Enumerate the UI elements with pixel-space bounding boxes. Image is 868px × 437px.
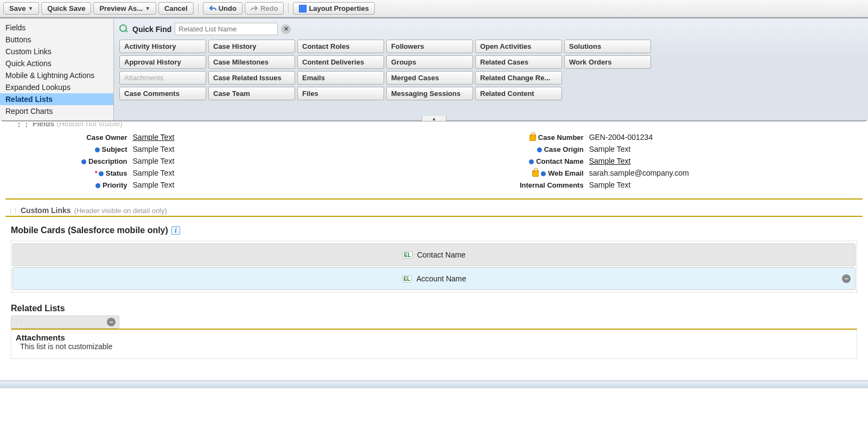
mobile-cards-header: Mobile Cards (Salesforce mobile only) i (5, 217, 863, 239)
palette-chip[interactable]: Case Team (208, 87, 295, 100)
footer-bar (0, 381, 868, 388)
quick-find: Quick Find ✕ (119, 23, 863, 35)
toolbar-separator (288, 3, 289, 14)
palette-chip[interactable]: Approval History (119, 55, 206, 69)
fields-column-right: Case NumberGEN-2004-001234Case OriginSam… (520, 131, 689, 191)
sidebar-item[interactable]: Buttons (0, 34, 113, 46)
editable-dot-icon (81, 159, 86, 164)
field-row[interactable]: PrioritySample Text (81, 179, 174, 191)
field-label: Priority (81, 179, 133, 191)
palette-chip[interactable]: Open Activities (475, 40, 562, 53)
editable-dot-icon (95, 147, 100, 152)
palette-sidebar: FieldsButtonsCustom LinksQuick ActionsMo… (0, 18, 114, 120)
quick-find-input[interactable] (175, 23, 278, 35)
mobile-card-row[interactable]: ELContact Name (12, 243, 856, 266)
custom-links-title: Custom Links (21, 206, 71, 215)
field-value: Sample Text (133, 179, 175, 191)
palette-chip[interactable]: Related Change Re... (475, 71, 562, 85)
sidebar-item[interactable]: Custom Links (0, 46, 113, 57)
sidebar-item[interactable]: Quick Actions (0, 57, 113, 69)
field-row[interactable]: Contact NameSample Text (520, 155, 689, 167)
drag-handle-icon[interactable]: ⋮⋮ (8, 208, 17, 215)
field-label: Case Origin (520, 143, 589, 155)
palette-chip[interactable]: Work Orders (564, 55, 651, 69)
palette-chip[interactable]: Case Comments (119, 87, 206, 100)
field-row[interactable]: Case OriginSample Text (520, 143, 689, 155)
editable-dot-icon (99, 171, 104, 176)
palette-chip[interactable]: Related Cases (475, 55, 562, 69)
related-list-dropzone[interactable]: ⋮⋮ − (11, 316, 119, 329)
drag-handle-icon[interactable]: ⋮⋮ (15, 123, 30, 128)
search-icon (119, 24, 129, 34)
undo-button[interactable]: Undo (203, 2, 242, 15)
fields-title: Fields (33, 123, 54, 128)
attachments-title: Attachments (16, 333, 852, 342)
save-label: Save (9, 4, 25, 12)
attachments-subtitle: This list is not customizable (16, 342, 852, 351)
palette-chip[interactable]: Contact Roles (297, 40, 384, 53)
field-value: Sample Text (589, 155, 689, 167)
custom-links-header[interactable]: ⋮⋮ Custom Links (Header visible on detai… (5, 204, 863, 217)
mobile-cards-box: ELContact NameELAccount Name− (11, 241, 857, 293)
palette-chip[interactable]: Groups (386, 55, 473, 69)
lock-icon (529, 134, 536, 141)
field-row[interactable]: SubjectSample Text (81, 143, 174, 155)
palette-chip[interactable]: Case Milestones (208, 55, 295, 69)
layout-properties-button[interactable]: Layout Properties (293, 2, 375, 15)
layout-canvas: ⋮⋮ Fields (Header not visible) Case Owne… (0, 121, 868, 370)
remove-icon[interactable]: − (107, 318, 116, 326)
remove-icon[interactable]: − (842, 274, 851, 283)
redo-label: Redo (260, 4, 278, 12)
editable-dot-icon (95, 183, 100, 188)
sidebar-item[interactable]: Fields (0, 22, 113, 34)
field-row[interactable]: *StatusSample Text (81, 167, 174, 179)
palette-chip[interactable]: Case Related Issues (208, 71, 295, 85)
caret-down-icon: ▼ (28, 5, 33, 11)
field-row[interactable]: Case OwnerSample Text (81, 131, 174, 143)
palette-chip[interactable]: Emails (297, 71, 384, 85)
palette-chip: Attachments (119, 71, 206, 85)
palette-chip[interactable]: Files (297, 87, 384, 100)
field-label: Web Email (520, 167, 589, 179)
cancel-button[interactable]: Cancel (158, 2, 194, 15)
field-value: Sample Text (133, 143, 175, 155)
undo-label: Undo (219, 4, 237, 12)
sidebar-item[interactable]: Related Lists (0, 93, 113, 105)
palette-chip[interactable]: Related Content (475, 87, 562, 100)
save-button[interactable]: Save▼ (3, 2, 39, 15)
palette-chip[interactable]: Solutions (564, 40, 651, 53)
mobile-card-label: Account Name (416, 274, 466, 283)
palette-chip[interactable]: Activity History (119, 40, 206, 53)
sidebar-item[interactable]: Expanded Lookups (0, 81, 113, 93)
attachments-related-list: Attachments This list is not customizabl… (11, 329, 857, 359)
field-value: sarah.sample@company.com (589, 167, 689, 179)
palette-chip[interactable]: Content Deliveries (297, 55, 384, 69)
required-icon: * (95, 169, 98, 177)
editable-dot-icon (537, 147, 542, 152)
field-row[interactable]: DescriptionSample Text (81, 155, 174, 167)
mobile-card-row[interactable]: ELAccount Name− (12, 267, 856, 290)
quick-save-button[interactable]: Quick Save (41, 2, 91, 15)
lock-icon (532, 170, 539, 177)
field-label: Subject (81, 143, 133, 155)
preview-as-button[interactable]: Preview As...▼ (93, 2, 156, 15)
expanded-lookup-icon: EL (403, 252, 413, 259)
field-row[interactable]: Internal CommentsSample Text (520, 179, 689, 191)
palette-chip[interactable]: Merged Cases (386, 71, 473, 85)
clear-icon[interactable]: ✕ (281, 24, 291, 34)
palette-chip[interactable]: Followers (386, 40, 473, 53)
field-label: Case Number (520, 131, 589, 143)
expanded-lookup-icon: EL (402, 275, 412, 282)
palette-chip[interactable]: Case History (208, 40, 295, 53)
related-lists-header: Related Lists (5, 295, 863, 316)
sidebar-item[interactable]: Mobile & Lightning Actions (0, 69, 113, 81)
field-row[interactable]: Web Emailsarah.sample@company.com (520, 167, 689, 179)
sidebar-item[interactable]: Report Charts (0, 105, 113, 117)
field-row[interactable]: Case NumberGEN-2004-001234 (520, 131, 689, 143)
drag-handle-icon[interactable]: ⋮⋮ (14, 318, 22, 324)
palette-body: Quick Find ✕ Activity HistoryCase Histor… (114, 18, 868, 120)
info-icon[interactable]: i (171, 226, 180, 235)
collapse-handle-icon[interactable]: ▲ (422, 116, 446, 121)
palette-chip[interactable]: Messaging Sessions (386, 87, 473, 100)
field-value: Sample Text (133, 155, 175, 167)
